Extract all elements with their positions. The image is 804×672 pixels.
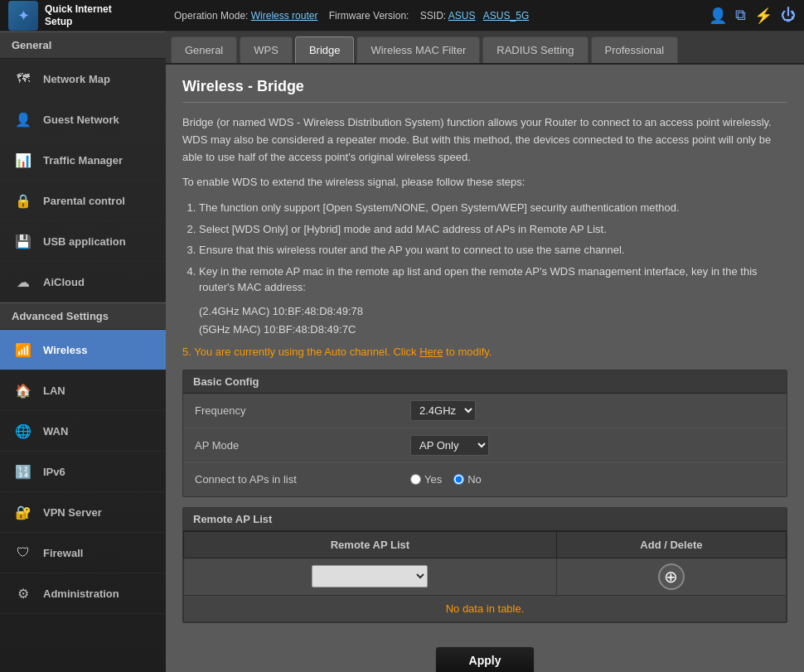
parental-control-icon: 🔒 bbox=[12, 189, 35, 212]
copy-icon[interactable]: ⧉ bbox=[735, 7, 746, 24]
tab-general[interactable]: General bbox=[171, 36, 237, 63]
ap-input-select[interactable] bbox=[312, 565, 428, 587]
vpn-icon: 🔐 bbox=[12, 500, 35, 524]
firewall-icon: 🛡 bbox=[12, 541, 35, 564]
traffic-manager-icon: 📊 bbox=[12, 148, 35, 172]
ssid-value[interactable]: ASUS bbox=[448, 10, 476, 22]
frequency-row: Frequency 2.4GHz 5GHz bbox=[183, 394, 787, 428]
sidebar-label-wan: WAN bbox=[43, 425, 68, 438]
guest-network-icon: 👤 bbox=[12, 108, 35, 131]
sidebar-item-usb-application[interactable]: 💾 USB application bbox=[0, 221, 166, 262]
step-3: Ensure that this wireless router and the… bbox=[199, 242, 787, 259]
remote-ap-title: Remote AP List bbox=[183, 508, 787, 531]
sidebar-item-parental-control[interactable]: 🔒 Parental control bbox=[0, 181, 166, 221]
operation-info: Operation Mode: Wireless router Firmware… bbox=[174, 10, 709, 22]
op-mode-value[interactable]: Wireless router bbox=[251, 10, 318, 22]
frequency-select[interactable]: 2.4GHz 5GHz bbox=[410, 400, 476, 421]
user-icon[interactable]: 👤 bbox=[709, 7, 727, 25]
sidebar-label-firewall: Firewall bbox=[43, 547, 83, 559]
main-content: General WPS Bridge Wireless MAC Filter R… bbox=[166, 31, 804, 672]
tab-professional[interactable]: Professional bbox=[591, 36, 679, 63]
sidebar-label-usb-application: USB application bbox=[43, 235, 126, 248]
remote-ap-section: Remote AP List Remote AP List Add / Dele… bbox=[182, 507, 787, 623]
logo-area: ✦ Quick Internet Setup bbox=[8, 1, 174, 31]
content-area: Wireless - Bridge Bridge (or named WDS -… bbox=[166, 65, 804, 672]
tab-radius-setting[interactable]: RADIUS Setting bbox=[482, 36, 588, 63]
connect-yes-text: Yes bbox=[424, 473, 442, 486]
no-data-text: No data in table. bbox=[184, 595, 787, 621]
sidebar-label-traffic-manager: Traffic Manager bbox=[43, 154, 123, 167]
power-icon[interactable]: ⏻ bbox=[781, 7, 796, 24]
connect-control: Yes No bbox=[410, 473, 482, 486]
warning-suffix: to modify. bbox=[446, 346, 492, 358]
sidebar-label-parental-control: Parental control bbox=[43, 195, 125, 207]
connect-row: Connect to APs in list Yes No bbox=[183, 463, 787, 496]
remote-ap-table: Remote AP List Add / Delete bbox=[183, 531, 787, 622]
ssid-label: SSID: bbox=[420, 10, 446, 22]
usb-icon[interactable]: ⚡ bbox=[754, 7, 773, 25]
mac-5ghz: (5GHz MAC) 10:BF:48:D8:49:7C bbox=[199, 321, 787, 339]
connect-no-radio[interactable] bbox=[453, 474, 464, 485]
advanced-section-title: Advanced Settings bbox=[0, 302, 166, 330]
steps-list: The function only support [Open System/N… bbox=[182, 200, 787, 296]
add-button[interactable]: ⊕ bbox=[658, 563, 685, 590]
step-4: Key in the remote AP mac in the remote a… bbox=[199, 263, 787, 296]
sidebar-label-guest-network: Guest Network bbox=[43, 114, 119, 126]
connect-no-label[interactable]: No bbox=[453, 473, 482, 486]
topbar: ✦ Quick Internet Setup Operation Mode: W… bbox=[0, 0, 804, 31]
tab-bridge[interactable]: Bridge bbox=[295, 36, 355, 63]
sidebar-item-wan[interactable]: 🌐 WAN bbox=[0, 411, 166, 452]
apply-button[interactable]: Apply bbox=[435, 646, 535, 672]
connect-no-text: No bbox=[467, 473, 482, 486]
sidebar-item-traffic-manager[interactable]: 📊 Traffic Manager bbox=[0, 140, 166, 181]
tab-wps[interactable]: WPS bbox=[240, 36, 293, 63]
sidebar-item-firewall[interactable]: 🛡 Firewall bbox=[0, 533, 166, 573]
sidebar-label-administration: Administration bbox=[43, 587, 119, 600]
page-title: Wireless - Bridge bbox=[182, 78, 787, 103]
topbar-icons: 👤 ⧉ ⚡ ⏻ bbox=[709, 7, 796, 25]
no-data-row: No data in table. bbox=[184, 595, 787, 621]
tab-wireless-mac-filter[interactable]: Wireless MAC Filter bbox=[356, 36, 480, 63]
sidebar-item-wireless[interactable]: 📶 Wireless bbox=[0, 330, 166, 370]
sidebar-label-ipv6: IPv6 bbox=[43, 466, 65, 478]
description2: To enable WDS to extend the wireless sig… bbox=[182, 174, 787, 191]
sidebar-item-network-map[interactable]: 🗺 Network Map bbox=[0, 59, 166, 99]
network-map-icon: 🗺 bbox=[12, 67, 35, 90]
connect-yes-label[interactable]: Yes bbox=[410, 473, 442, 486]
connect-yes-radio[interactable] bbox=[410, 474, 421, 485]
layout: General 🗺 Network Map 👤 Guest Network 📊 … bbox=[0, 31, 804, 672]
frequency-control: 2.4GHz 5GHz bbox=[410, 400, 476, 421]
administration-icon: ⚙ bbox=[12, 582, 35, 605]
sidebar-item-aicloud[interactable]: ☁ AiCloud bbox=[0, 262, 166, 302]
warning-prefix: 5. You are currently using the Auto chan… bbox=[182, 346, 417, 358]
sidebar: General 🗺 Network Map 👤 Guest Network 📊 … bbox=[0, 31, 166, 672]
logo-text: Quick Internet Setup bbox=[45, 3, 112, 27]
sidebar-label-vpn-server: VPN Server bbox=[43, 506, 102, 519]
ap-input-row: ⊕ bbox=[184, 558, 787, 595]
basic-config-section: Basic Config Frequency 2.4GHz 5GHz AP Mo… bbox=[182, 370, 787, 497]
logo-icon: ✦ bbox=[8, 1, 38, 31]
add-delete-col-header: Add / Delete bbox=[556, 531, 786, 558]
sidebar-item-lan[interactable]: 🏠 LAN bbox=[0, 370, 166, 411]
description1: Bridge (or named WDS - Wireless Distribu… bbox=[182, 114, 787, 166]
op-mode-label: Operation Mode: bbox=[174, 10, 248, 22]
connect-label: Connect to APs in list bbox=[195, 473, 410, 486]
step-2: Select [WDS Only] or [Hybrid] mode and a… bbox=[199, 221, 787, 238]
step-1: The function only support [Open System/N… bbox=[199, 200, 787, 216]
sidebar-item-guest-network[interactable]: 👤 Guest Network bbox=[0, 99, 166, 140]
sidebar-item-administration[interactable]: ⚙ Administration bbox=[0, 573, 166, 614]
usb-application-icon: 💾 bbox=[12, 230, 35, 253]
sidebar-item-vpn-server[interactable]: 🔐 VPN Server bbox=[0, 492, 166, 533]
tabbar: General WPS Bridge Wireless MAC Filter R… bbox=[166, 31, 804, 65]
warning-text: 5. You are currently using the Auto chan… bbox=[182, 346, 787, 358]
sidebar-label-wireless: Wireless bbox=[43, 344, 87, 356]
ssid-5g-value[interactable]: ASUS_5G bbox=[483, 10, 529, 22]
ap-mode-select[interactable]: AP Only WDS Only Hybrid bbox=[410, 435, 489, 456]
ap-input-cell bbox=[184, 558, 557, 595]
wireless-icon: 📶 bbox=[12, 338, 35, 361]
ap-mode-row: AP Mode AP Only WDS Only Hybrid bbox=[183, 428, 787, 463]
sidebar-item-ipv6[interactable]: 🔢 IPv6 bbox=[0, 452, 166, 492]
remote-ap-col-header: Remote AP List bbox=[184, 531, 557, 558]
firmware-label: Firmware Version: bbox=[329, 10, 409, 22]
warning-link[interactable]: Here bbox=[419, 346, 443, 358]
